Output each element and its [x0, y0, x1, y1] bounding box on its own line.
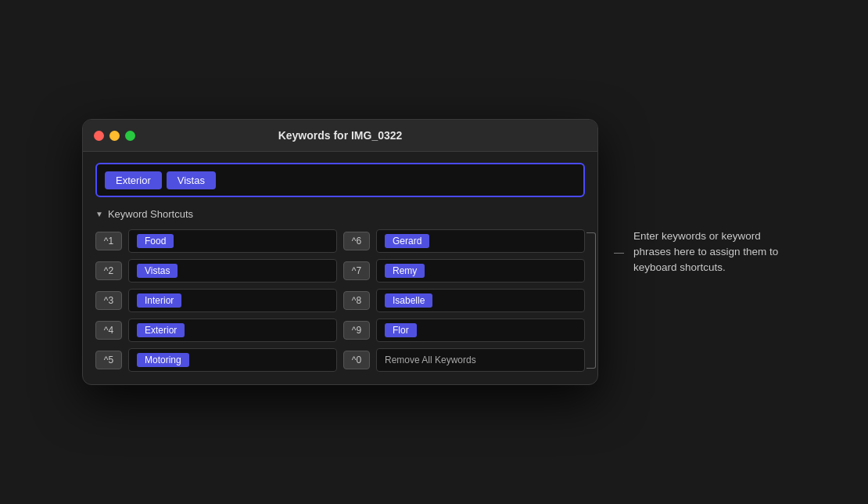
- window-title: Keywords for IMG_0322: [278, 129, 403, 142]
- page-container: Keywords for IMG_0322 Exterior Vistas ▼ …: [51, 88, 817, 416]
- shortcut-row-7: ^7 Remy: [343, 259, 585, 283]
- shortcut-row-6: ^6 Gerard: [343, 229, 585, 253]
- close-button[interactable]: [94, 131, 104, 141]
- shortcut-row-4: ^4 Exterior: [95, 319, 337, 342]
- shortcut-input-5[interactable]: Motoring: [128, 348, 337, 372]
- keyword-tag-vistas[interactable]: Vistas: [167, 171, 216, 189]
- keywords-window: Keywords for IMG_0322 Exterior Vistas ▼ …: [82, 119, 598, 385]
- shortcut-input-4[interactable]: Exterior: [128, 319, 337, 342]
- tooltip-dash: —: [614, 247, 624, 258]
- shortcuts-grid-wrapper: ^1 Food ^2 Vistas ^3: [95, 229, 585, 372]
- shortcut-tag-exterior: Exterior: [137, 323, 185, 337]
- shortcut-row-1: ^1 Food: [95, 229, 337, 253]
- shortcut-input-1[interactable]: Food: [128, 229, 337, 253]
- shortcut-key-0: ^0: [343, 351, 370, 369]
- triangle-icon: ▼: [95, 210, 103, 218]
- traffic-lights: [94, 131, 135, 141]
- shortcut-input-0[interactable]: Remove All Keywords: [376, 348, 585, 372]
- shortcut-key-2: ^2: [95, 261, 122, 280]
- shortcut-row-2: ^2 Vistas: [95, 259, 337, 283]
- shortcut-input-3[interactable]: Interior: [128, 289, 337, 312]
- shortcut-input-8[interactable]: Isabelle: [376, 289, 585, 312]
- titlebar: Keywords for IMG_0322: [83, 120, 597, 152]
- shortcut-tag-food: Food: [137, 234, 174, 248]
- shortcut-row-9: ^9 Flor: [343, 319, 585, 342]
- keyword-input-area[interactable]: Exterior Vistas: [95, 163, 585, 197]
- shortcut-input-2[interactable]: Vistas: [128, 259, 337, 283]
- shortcut-row-0: ^0 Remove All Keywords: [343, 348, 585, 372]
- shortcut-input-6[interactable]: Gerard: [376, 229, 585, 253]
- right-shortcuts-col: ^6 Gerard ^7 Remy ^8: [343, 229, 585, 372]
- window-content: Exterior Vistas ▼ Keyword Shortcuts ^1 F…: [83, 152, 597, 384]
- shortcut-tag-vistas: Vistas: [137, 264, 178, 278]
- shortcut-tag-motoring: Motoring: [137, 353, 189, 367]
- bracket-connector: [586, 232, 596, 369]
- shortcut-input-7[interactable]: Remy: [376, 259, 585, 283]
- tooltip-container: — Enter keywords or keyword phrases here…: [614, 229, 786, 276]
- shortcut-row-8: ^8 Isabelle: [343, 289, 585, 312]
- shortcut-key-9: ^9: [343, 321, 370, 340]
- shortcut-input-9[interactable]: Flor: [376, 319, 585, 342]
- shortcuts-header: ▼ Keyword Shortcuts: [95, 208, 585, 220]
- shortcut-key-3: ^3: [95, 291, 122, 310]
- shortcuts-label: Keyword Shortcuts: [108, 208, 193, 220]
- shortcut-key-1: ^1: [95, 232, 122, 250]
- shortcut-tag-remy: Remy: [385, 264, 425, 278]
- tooltip-text: Enter keywords or keyword phrases here t…: [633, 229, 786, 276]
- keyword-tag-exterior[interactable]: Exterior: [105, 171, 162, 189]
- shortcut-tag-flor: Flor: [385, 323, 417, 337]
- shortcuts-grid: ^1 Food ^2 Vistas ^3: [95, 229, 585, 372]
- shortcut-key-6: ^6: [343, 232, 370, 250]
- shortcut-key-4: ^4: [95, 321, 122, 340]
- shortcut-tag-interior: Interior: [137, 293, 181, 308]
- shortcut-key-7: ^7: [343, 261, 370, 280]
- minimize-button[interactable]: [109, 131, 120, 141]
- shortcut-row-5: ^5 Motoring: [95, 348, 337, 372]
- shortcut-key-8: ^8: [343, 291, 370, 310]
- maximize-button[interactable]: [125, 131, 135, 141]
- remove-all-label: Remove All Keywords: [385, 355, 476, 365]
- shortcut-key-5: ^5: [95, 351, 122, 369]
- shortcut-row-3: ^3 Interior: [95, 289, 337, 312]
- left-shortcuts-col: ^1 Food ^2 Vistas ^3: [95, 229, 337, 372]
- shortcut-tag-gerard: Gerard: [385, 234, 429, 248]
- shortcut-tag-isabelle: Isabelle: [385, 293, 432, 308]
